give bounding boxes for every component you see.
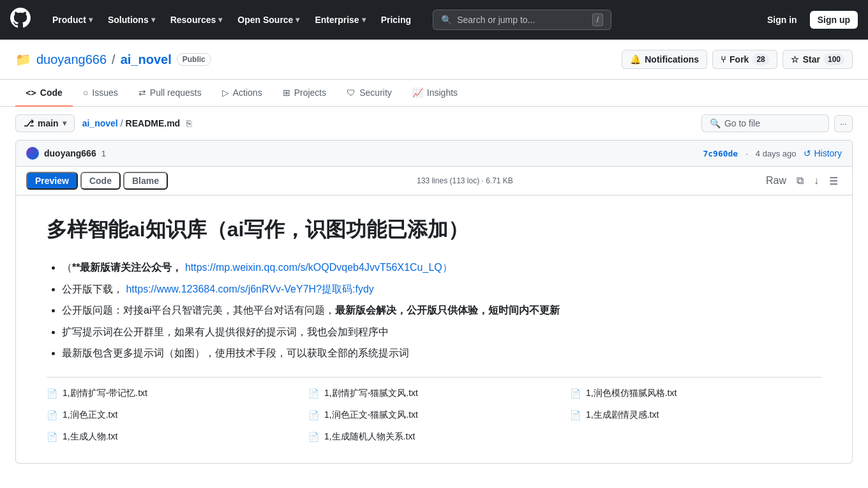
branch-icon: ⎇ xyxy=(24,118,34,128)
file-item-6: 📄 1,生成人物.txt xyxy=(47,431,298,443)
repo-actions: 🔔 Notifications ⑂ Fork 28 ☆ Star 100 xyxy=(622,50,853,69)
fork-icon: ⑂ xyxy=(721,54,726,65)
list-item: 最新版包含更多提示词（如图），使用技术手段，可以获取全部的系统提示词 xyxy=(62,345,821,362)
file-item-7: 📄 1,生成随机人物关系.txt xyxy=(308,431,560,443)
fork-button[interactable]: ⑂ Fork 28 xyxy=(712,50,777,69)
resources-chevron: ▾ xyxy=(218,15,222,24)
repo-book-icon: 📁 xyxy=(15,52,31,67)
projects-icon: ⊞ xyxy=(283,88,290,98)
tab-security[interactable]: 🛡 Security xyxy=(336,80,402,107)
github-header: Product ▾ Solutions ▾ Resources ▾ Open S… xyxy=(0,0,868,40)
more-options-button[interactable]: ··· xyxy=(834,115,853,132)
tab-projects[interactable]: ⊞ Projects xyxy=(273,80,337,107)
nav-resources[interactable]: Resources ▾ xyxy=(164,10,229,30)
issues-icon: ○ xyxy=(83,88,88,98)
list-item: （**最新版请关注公众号， https://mp.weixin.qq.com/s… xyxy=(62,259,821,276)
repo-header: 📁 duoyang666 / ai_novel Public 🔔 Notific… xyxy=(0,40,868,80)
github-logo[interactable] xyxy=(10,8,31,32)
header-actions: Sign in Sign up xyxy=(760,11,858,29)
copy-path-button[interactable]: ⎘ xyxy=(183,117,195,130)
commit-time: · xyxy=(745,149,748,158)
nav-enterprise[interactable]: Enterprise ▾ xyxy=(308,10,371,30)
readme-title: 多样智能ai知识库（ai写作，识图功能已添加） xyxy=(47,216,821,244)
repo-owner[interactable]: duoyang666 xyxy=(36,52,107,67)
tab-insights[interactable]: 📈 Insights xyxy=(402,80,468,107)
list-button[interactable]: ☰ xyxy=(825,172,842,190)
raw-button[interactable]: Raw xyxy=(762,172,790,190)
commit-username[interactable]: duoyang666 xyxy=(44,148,96,158)
repo-separator: / xyxy=(112,52,116,67)
commit-right: 7c960de · 4 days ago ↺ History xyxy=(703,148,842,158)
star-icon: ☆ xyxy=(791,54,799,65)
file-meta: 133 lines (113 loc) · 6.71 KB xyxy=(417,176,513,185)
star-button[interactable]: ☆ Star 100 xyxy=(782,50,853,69)
sign-in-button[interactable]: Sign in xyxy=(760,11,805,29)
readme-content: 多样智能ai知识库（ai写作，识图功能已添加） （**最新版请关注公众号， ht… xyxy=(15,195,853,464)
notifications-button[interactable]: 🔔 Notifications xyxy=(622,50,707,69)
file-browser-header: ⎇ main ▾ ai_novel / README.md ⎘ 🔍 Go to … xyxy=(0,107,868,140)
nav-open-source[interactable]: Open Source ▾ xyxy=(231,10,306,30)
enterprise-chevron: ▾ xyxy=(362,15,366,24)
file-item-4: 📄 1,润色正文-猫腻文风.txt xyxy=(308,409,560,421)
search-icon-small: 🔍 xyxy=(710,118,721,128)
sign-up-button[interactable]: Sign up xyxy=(810,11,858,29)
file-item-1: 📄 1,剧情扩写-猫腻文风.txt xyxy=(308,388,560,399)
list-item: 公开版下载， https://www.123684.com/s/j6nRVv-V… xyxy=(62,281,821,298)
copy-button[interactable]: ⧉ xyxy=(793,172,807,190)
file-item-3: 📄 1,润色正文.txt xyxy=(47,409,298,421)
avatar xyxy=(26,147,39,160)
view-tab-blame[interactable]: Blame xyxy=(123,172,168,190)
download-link[interactable]: https://www.123684.com/s/j6nRVv-VeY7H?提取… xyxy=(126,284,373,294)
readme-list: （**最新版请关注公众号， https://mp.weixin.qq.com/s… xyxy=(47,259,821,362)
history-icon: ↺ xyxy=(804,148,811,158)
list-item: 公开版问题：对接ai平台只智谱完美，其他平台对话有问题，最新版会解决，公开版只供… xyxy=(62,302,821,319)
branch-selector[interactable]: ⎇ main ▾ xyxy=(15,114,75,132)
tab-pull-requests[interactable]: ⇄ Pull requests xyxy=(128,80,212,107)
code-icon: <> xyxy=(26,88,36,98)
go-to-file-button[interactable]: 🔍 Go to file xyxy=(701,114,829,132)
tab-issues[interactable]: ○ Issues xyxy=(73,80,128,107)
wechat-link[interactable]: https://mp.weixin.qq.com/s/kOQDvqeb4JvvT… xyxy=(185,262,453,273)
open-source-chevron: ▾ xyxy=(296,15,299,24)
view-tab-group: Preview Code Blame xyxy=(26,172,168,190)
list-item: 扩写提示词在公开群里，如果有人提供很好的提示词，我也会加到程序中 xyxy=(62,324,821,340)
file-item-0: 📄 1,剧情扩写-带记忆.txt xyxy=(47,388,298,399)
file-icon: 📄 xyxy=(570,410,581,420)
insights-icon: 📈 xyxy=(412,88,423,98)
history-button[interactable]: ↺ History xyxy=(804,148,842,158)
file-header-right: 🔍 Go to file ··· xyxy=(701,114,853,132)
file-icon: 📄 xyxy=(308,410,319,420)
commit-author: duoyang666 1 xyxy=(26,147,106,160)
solutions-chevron: ▾ xyxy=(151,15,155,24)
commit-time-text: 4 days ago xyxy=(756,149,797,158)
file-icon: 📄 xyxy=(47,388,57,399)
tab-code[interactable]: <> Code xyxy=(15,80,73,107)
visibility-badge: Public xyxy=(177,53,211,66)
product-chevron: ▾ xyxy=(89,15,93,24)
commit-info-bar: duoyang666 1 7c960de · 4 days ago ↺ Hist… xyxy=(15,140,853,167)
repo-name[interactable]: ai_novel xyxy=(121,52,172,67)
view-tab-code[interactable]: Code xyxy=(80,172,121,190)
repo-title: 📁 duoyang666 / ai_novel Public xyxy=(15,52,211,67)
breadcrumb-root[interactable]: ai_novel xyxy=(82,118,118,128)
search-icon: 🔍 xyxy=(441,15,452,25)
commit-hash[interactable]: 7c960de xyxy=(703,149,738,158)
search-bar[interactable]: 🔍 Search or jump to... / xyxy=(433,10,611,30)
file-icon: 📄 xyxy=(308,432,319,442)
download-button[interactable]: ↓ xyxy=(810,172,823,190)
search-placeholder: Search or jump to... xyxy=(457,15,587,25)
nav-pricing[interactable]: Pricing xyxy=(375,10,417,30)
pr-icon: ⇄ xyxy=(138,88,146,98)
tab-actions[interactable]: ▷ Actions xyxy=(212,80,273,107)
nav-product[interactable]: Product ▾ xyxy=(46,10,99,30)
bell-icon: 🔔 xyxy=(630,54,641,65)
nav-solutions[interactable]: Solutions ▾ xyxy=(101,10,161,30)
breadcrumb-sep: / xyxy=(121,118,123,128)
security-icon: 🛡 xyxy=(347,88,355,98)
file-icon: 📄 xyxy=(308,388,319,399)
view-tab-preview[interactable]: Preview xyxy=(26,172,78,190)
actions-icon: ▷ xyxy=(222,88,229,98)
breadcrumb: ai_novel / README.md ⎘ xyxy=(82,117,195,130)
tab-navigation: <> Code ○ Issues ⇄ Pull requests ▷ Actio… xyxy=(0,80,868,107)
file-icon: 📄 xyxy=(47,432,57,442)
